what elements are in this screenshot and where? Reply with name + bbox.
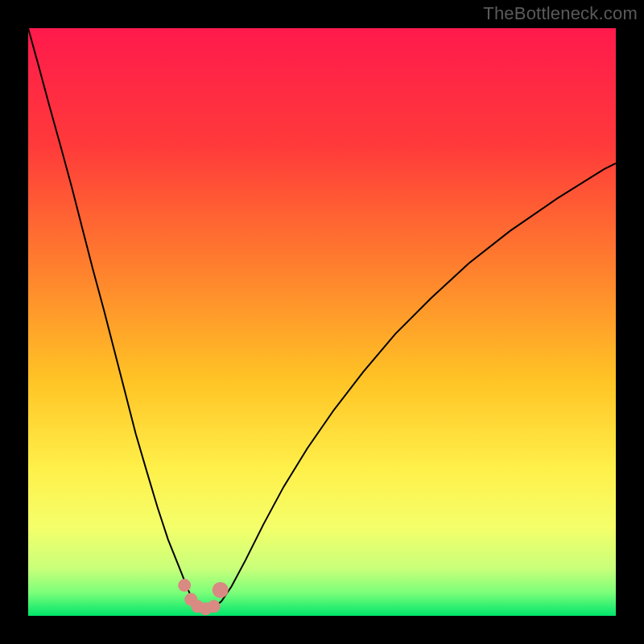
outer-frame: TheBottleneck.com — [0, 0, 644, 644]
point-f — [213, 582, 229, 598]
point-e — [208, 600, 221, 613]
watermark-text: TheBottleneck.com — [483, 3, 638, 24]
chart-background — [28, 28, 616, 616]
point-a — [178, 579, 191, 592]
bottleneck-chart — [28, 28, 616, 616]
